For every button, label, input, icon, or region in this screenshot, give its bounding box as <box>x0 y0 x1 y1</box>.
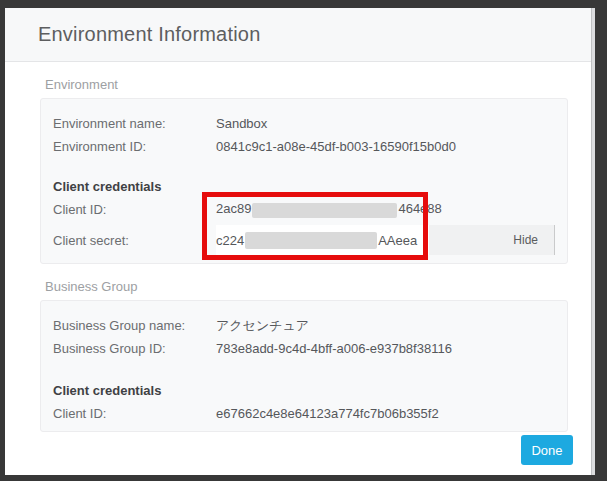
business-group-id-row: Business Group ID: 783e8add-9c4d-4bff-a0… <box>53 337 567 360</box>
client-secret-visible-prefix: c224 <box>216 233 244 248</box>
business-group-panel: Business Group name: アクセンチュア Business Gr… <box>40 300 568 432</box>
screenshot-frame: Environment Information Environment Envi… <box>0 0 607 481</box>
done-button[interactable]: Done <box>521 435 573 465</box>
environment-panel: Environment name: Sandbox Environment ID… <box>40 98 568 264</box>
environment-client-secret-label: Client secret: <box>53 233 216 248</box>
environment-section-heading: Environment <box>45 77 568 92</box>
environment-name-value: Sandbox <box>216 116 267 131</box>
business-group-client-credentials-heading: Client credentials <box>53 379 567 402</box>
business-group-name-value: アクセンチュア <box>216 317 309 335</box>
environment-client-id-label: Client ID: <box>53 202 216 217</box>
client-id-visible-prefix: 2ac89 <box>216 201 251 216</box>
hide-secret-button[interactable]: Hide <box>513 233 538 247</box>
environment-name-label: Environment name: <box>53 116 216 131</box>
client-id-redaction-block <box>252 203 397 218</box>
business-group-name-row: Business Group name: アクセンチュア <box>53 314 567 337</box>
modal-body: Environment Environment name: Sandbox En… <box>5 77 591 432</box>
environment-client-secret-row: Client secret: c224AAeea Hide <box>53 225 567 255</box>
business-group-client-id-row: Client ID: e67662c4e8e64123a774fc7b06b35… <box>53 402 567 425</box>
environment-id-label: Environment ID: <box>53 139 216 154</box>
modal-title: Environment Information <box>38 23 260 46</box>
environment-client-id-row: Client ID: 2ac89464e88 <box>53 198 567 221</box>
scrollbar-track[interactable] <box>591 8 595 475</box>
environment-id-value: 0841c9c1-a08e-45df-b003-16590f15b0d0 <box>216 139 456 154</box>
modal-header: Environment Information <box>5 8 591 62</box>
environment-id-row: Environment ID: 0841c9c1-a08e-45df-b003-… <box>53 135 567 158</box>
environment-name-row: Environment name: Sandbox <box>53 112 567 135</box>
environment-client-secret-value: c224AAeea <box>216 225 429 255</box>
client-secret-redaction-block <box>245 232 377 249</box>
business-group-id-value: 783e8add-9c4d-4bff-a006-e937b8f38116 <box>216 341 452 356</box>
business-group-client-id-value: e67662c4e8e64123a774fc7b06b355f2 <box>216 406 439 421</box>
business-group-client-id-label: Client ID: <box>53 406 216 421</box>
client-secret-hide-band: Hide <box>429 225 555 255</box>
environment-section: Environment Environment name: Sandbox En… <box>40 77 568 264</box>
client-secret-visible-suffix: AAeea <box>378 233 417 248</box>
business-group-id-label: Business Group ID: <box>53 341 216 356</box>
business-group-section-heading: Business Group <box>45 279 568 294</box>
business-group-name-label: Business Group name: <box>53 318 216 333</box>
client-id-visible-suffix: 464e88 <box>398 201 441 216</box>
environment-information-modal: Environment Information Environment Envi… <box>5 8 591 475</box>
business-group-section: Business Group Business Group name: アクセン… <box>40 279 568 432</box>
environment-client-credentials-heading: Client credentials <box>53 175 567 198</box>
environment-client-id-value: 2ac89464e88 <box>216 201 442 217</box>
